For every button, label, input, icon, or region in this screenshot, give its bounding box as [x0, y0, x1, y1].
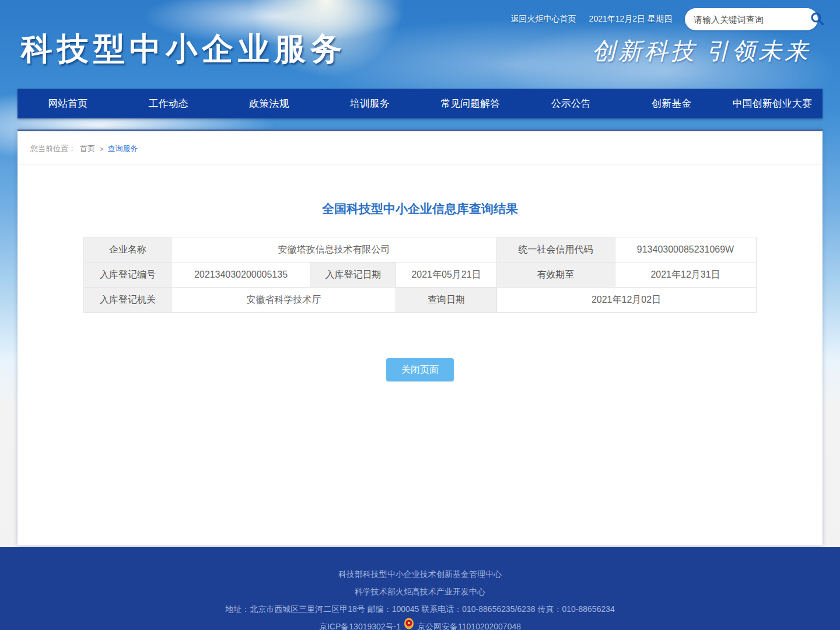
registration-authority-label: 入库登记机关: [84, 288, 172, 313]
company-name-label: 企业名称: [84, 237, 172, 262]
breadcrumb-current-link[interactable]: 查询服务: [108, 144, 138, 154]
search-icon: [810, 11, 825, 28]
valid-until-value: 2021年12月31日: [615, 262, 756, 288]
credit-code-value: 91340300085231069W: [615, 237, 756, 262]
registration-date-value: 2021年05月21日: [396, 262, 496, 288]
nav-item-innovation-competition[interactable]: 中国创新创业大赛: [722, 89, 823, 118]
public-security-filing-link[interactable]: 京公网安备11010202007048: [417, 618, 521, 630]
breadcrumb-home-link[interactable]: 首页: [80, 144, 95, 154]
nav-item-faq[interactable]: 常见问题解答: [420, 89, 521, 118]
footer-org-line1: 科技部科技型中小企业技术创新基金管理中心: [0, 565, 840, 583]
current-date: 2021年12月2日 星期四: [589, 14, 672, 24]
police-badge-icon: [404, 618, 414, 630]
credit-code-label: 统一社会信用代码: [496, 237, 615, 262]
close-page-button[interactable]: 关闭页面: [386, 358, 454, 382]
button-row: 关闭页面: [18, 358, 822, 382]
footer-org-line2: 科学技术部火炬高技术产业开发中心: [0, 583, 840, 600]
table-row: 入库登记编号 202134030200005135 入库登记日期 2021年05…: [84, 262, 756, 288]
site-logo[interactable]: 科技型中小企业服务: [21, 28, 346, 71]
footer-icp-row: 京ICP备13019302号-1 京公网安备11010202007048: [0, 618, 840, 630]
search-box: [685, 8, 818, 30]
breadcrumb-prefix: 您当前位置：: [30, 144, 76, 154]
top-bar: 返回火炬中心首页 2021年12月2日 星期四: [511, 0, 818, 38]
back-to-torch-center-link[interactable]: 返回火炬中心首页: [511, 14, 576, 24]
registration-date-label: 入库登记日期: [310, 262, 396, 288]
nav-item-home[interactable]: 网站首页: [18, 89, 118, 118]
registration-number-label: 入库登记编号: [84, 262, 172, 288]
company-name-value: 安徽塔孜信息技术有限公司: [172, 237, 496, 262]
query-date-label: 查询日期: [396, 288, 496, 313]
breadcrumb: 您当前位置： 首页 > 查询服务: [18, 131, 822, 164]
registration-number-value: 202134030200005135: [172, 262, 310, 288]
nav-item-announcements[interactable]: 公示公告: [521, 89, 622, 118]
query-result-table: 企业名称 安徽塔孜信息技术有限公司 统一社会信用代码 9134030008523…: [83, 237, 756, 313]
table-row: 入库登记机关 安徽省科学技术厅 查询日期 2021年12月02日: [84, 288, 756, 313]
valid-until-label: 有效期至: [496, 262, 615, 288]
content-panel: 您当前位置： 首页 > 查询服务 全国科技型中小企业信息库查询结果 企业名称 安…: [18, 130, 822, 545]
nav-item-training[interactable]: 培训服务: [320, 89, 421, 118]
registration-authority-value: 安徽省科学技术厅: [172, 288, 396, 313]
nav-item-innovation-fund[interactable]: 创新基金: [621, 89, 722, 118]
page-footer: 科技部科技型中小企业技术创新基金管理中心 科学技术部火炬高技术产业开发中心 地址…: [0, 547, 840, 630]
query-date-value: 2021年12月02日: [496, 288, 756, 313]
footer-contact-line: 地址：北京市西城区三里河二区甲18号 邮编：100045 联系电话：010-88…: [0, 600, 840, 618]
icp-license-link[interactable]: 京ICP备13019302号-1: [319, 618, 401, 630]
main-navigation: 网站首页 工作动态 政策法规 培训服务 常见问题解答 公示公告 创新基金 中国创…: [18, 89, 822, 118]
site-slogan: 创新科技 引领未来: [592, 35, 811, 67]
search-button[interactable]: [810, 10, 825, 28]
page-title: 全国科技型中小企业信息库查询结果: [18, 201, 822, 217]
table-row: 企业名称 安徽塔孜信息技术有限公司 统一社会信用代码 9134030008523…: [84, 237, 756, 262]
search-input[interactable]: [694, 15, 810, 24]
breadcrumb-separator: >: [99, 145, 104, 153]
nav-item-work-news[interactable]: 工作动态: [118, 89, 219, 118]
nav-item-policies[interactable]: 政策法规: [219, 89, 320, 118]
